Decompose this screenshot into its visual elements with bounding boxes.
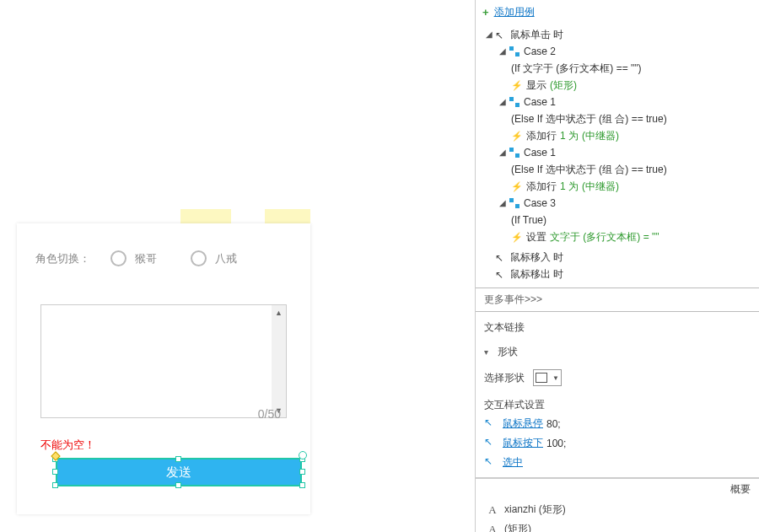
case-node[interactable]: ◢ Case 1 <box>484 144 759 161</box>
cursor-icon <box>484 418 496 430</box>
event-mouseleave[interactable]: 鼠标移出 时 <box>484 266 759 282</box>
role-switch-row: 角色切换： 猴哥 八戒 <box>35 250 271 266</box>
plus-icon: + <box>482 6 489 19</box>
action-prefix: 添加行 <box>526 178 557 195</box>
style-pressed-link[interactable]: 鼠标按下 <box>503 436 543 450</box>
cursor-icon <box>495 29 507 40</box>
action-value: 1 为 <box>560 127 579 144</box>
action-target: (矩形) <box>550 77 577 94</box>
case-name: Case 2 <box>524 43 556 60</box>
flowchart-icon <box>509 46 520 57</box>
case-node[interactable]: ◢ Case 1 <box>484 94 759 110</box>
event-onclick[interactable]: ◢ 鼠标单击 时 <box>484 26 759 43</box>
rotate-handle[interactable] <box>299 451 307 459</box>
section-label: 形状 <box>498 345 518 359</box>
style-selected-link[interactable]: 选中 <box>503 455 523 470</box>
expand-icon[interactable]: ◢ <box>484 26 493 43</box>
resize-handle[interactable] <box>299 482 305 488</box>
expand-icon[interactable]: ◢ <box>498 195 507 212</box>
validation-error: 不能为空！ <box>40 438 95 453</box>
interaction-styles-title: 交互样式设置 <box>476 390 759 414</box>
bolt-icon: ⚡ <box>511 79 523 91</box>
flowchart-icon <box>509 96 520 108</box>
case-action[interactable]: ⚡ 添加行 1 为 (中继器) <box>484 127 759 144</box>
style-hover-row[interactable]: 鼠标悬停 80; <box>476 414 759 433</box>
radio-label: 猴哥 <box>135 251 157 266</box>
add-case-row[interactable]: + 添加用例 <box>476 0 759 24</box>
event-label: 鼠标移出 时 <box>510 266 563 282</box>
caret-down-icon: ▼ <box>552 374 559 382</box>
outline-label: (矩形) <box>504 522 531 532</box>
event-label: 鼠标移入 时 <box>510 249 563 266</box>
chevron-down-icon: ▾ <box>484 347 493 357</box>
properties-panel: + 添加用例 ◢ 鼠标单击 时 ◢ Case 2 (If 文字于 (多行文本框)… <box>475 0 759 532</box>
cursor-icon <box>484 438 496 449</box>
style-value: 80; <box>546 418 561 430</box>
shape-picker-label: 选择形状 <box>484 371 525 385</box>
interactions-tree: ◢ 鼠标单击 时 ◢ Case 2 (If 文字于 (多行文本框) == "")… <box>476 24 759 287</box>
case-action[interactable]: ⚡ 设置 文字于 (多行文本框) = "" <box>484 228 759 245</box>
text-shape-icon: A <box>486 523 499 533</box>
case-name: Case 1 <box>524 94 556 110</box>
shape-picker[interactable]: ▼ <box>533 369 562 386</box>
outline-item[interactable]: A xianzhi (矩形) <box>476 500 759 519</box>
bolt-icon: ⚡ <box>511 231 523 243</box>
send-button-selection[interactable]: 发送 <box>52 456 305 488</box>
style-pressed-row[interactable]: 鼠标按下 100; <box>476 433 759 453</box>
expand-icon[interactable]: ◢ <box>498 94 507 110</box>
radio-icon <box>110 250 126 266</box>
cursor-icon <box>484 457 496 469</box>
resize-handle[interactable] <box>175 456 181 462</box>
resize-handle[interactable] <box>175 482 181 488</box>
message-textarea[interactable]: ▲ ▼ <box>40 304 287 418</box>
case-action[interactable]: ⚡ 添加行 1 为 (中继器) <box>484 178 759 195</box>
cursor-icon <box>495 268 507 280</box>
bolt-icon: ⚡ <box>511 130 523 142</box>
resize-handle[interactable] <box>52 482 58 488</box>
send-button-label: 发送 <box>166 465 191 481</box>
style-hover-link[interactable]: 鼠标悬停 <box>503 416 543 431</box>
cursor-icon <box>495 251 507 263</box>
chat-widget-frame: 角色切换： 猴哥 八戒 ▲ ▼ 0/50 不能为空！ 发送 <box>17 223 310 514</box>
flowchart-icon <box>509 147 520 159</box>
radio-icon <box>191 250 207 266</box>
action-target: 文字于 (多行文本框) = "" <box>550 228 659 245</box>
style-value: 100; <box>546 438 566 449</box>
text-shape-icon: A <box>486 503 499 517</box>
shape-section-header[interactable]: ▾ 形状 <box>476 338 759 366</box>
outline-header[interactable]: 概要 <box>476 478 759 500</box>
design-canvas[interactable]: 角色切换： 猴哥 八戒 ▲ ▼ 0/50 不能为空！ 发送 <box>0 0 475 532</box>
action-prefix: 添加行 <box>526 127 557 144</box>
resize-handle[interactable] <box>52 469 58 475</box>
rectangle-icon <box>536 373 547 383</box>
case-name: Case 1 <box>524 144 556 161</box>
scroll-up-icon[interactable]: ▲ <box>272 305 285 320</box>
shape-picker-row: 选择形状 ▼ <box>476 366 759 390</box>
style-selected-row[interactable]: 选中 <box>476 453 759 472</box>
role-option-monkey[interactable]: 猴哥 <box>110 250 157 266</box>
action-target: (中继器) <box>582 178 619 195</box>
resize-handle[interactable] <box>299 469 305 475</box>
case-condition: (Else If 选中状态于 (组 合) == true) <box>484 110 759 127</box>
outline-item[interactable]: A (矩形) <box>476 519 759 532</box>
case-node[interactable]: ◢ Case 3 <box>484 195 759 212</box>
role-option-pigsy[interactable]: 八戒 <box>191 250 237 266</box>
action-target: (中继器) <box>582 127 619 144</box>
event-mouseenter[interactable]: 鼠标移入 时 <box>484 249 759 266</box>
case-condition: (If 文字于 (多行文本框) == "") <box>484 60 759 77</box>
flowchart-icon <box>509 197 520 209</box>
text-link-section: 文本链接 <box>476 312 759 338</box>
char-counter: 0/50 <box>258 407 281 421</box>
add-case-link[interactable]: 添加用例 <box>494 5 535 19</box>
expand-icon[interactable]: ◢ <box>498 144 507 161</box>
scrollbar[interactable]: ▲ ▼ <box>272 305 286 417</box>
outline-label: xianzhi (矩形) <box>504 502 566 517</box>
case-action[interactable]: ⚡ 显示 (矩形) <box>484 77 759 94</box>
action-value: 1 为 <box>560 178 579 195</box>
more-events-dropdown[interactable]: 更多事件>>> <box>476 287 759 312</box>
role-switch-label: 角色切换： <box>35 251 90 266</box>
case-node[interactable]: ◢ Case 2 <box>484 43 759 60</box>
case-name: Case 3 <box>524 195 556 212</box>
case-condition: (If True) <box>484 212 759 228</box>
expand-icon[interactable]: ◢ <box>498 43 507 60</box>
